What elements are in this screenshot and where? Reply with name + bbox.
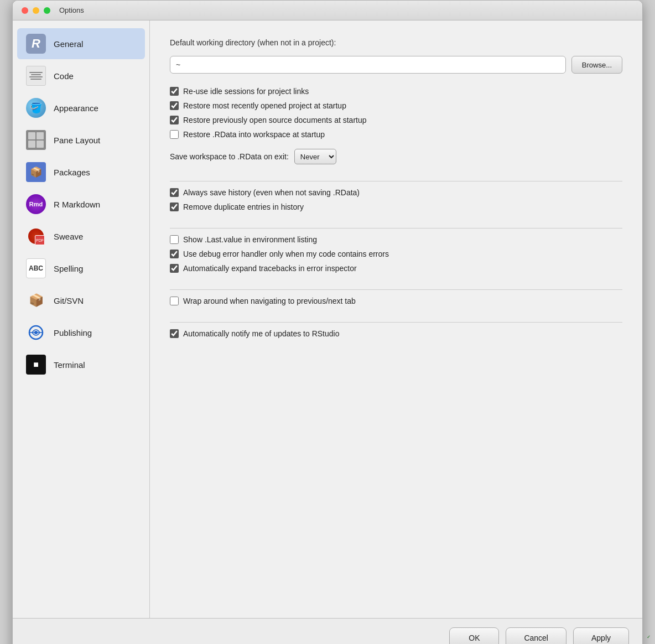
checkbox-group-5: Automatically notify me of updates to RS… bbox=[170, 329, 622, 338]
checkbox-notify-updates[interactable] bbox=[170, 329, 179, 338]
appearance-icon: 🪣 bbox=[26, 98, 46, 118]
checkbox-group-4: Wrap around when navigating to previous/… bbox=[170, 297, 622, 305]
titlebar: Options bbox=[13, 1, 642, 20]
checkbox-wrap-around[interactable] bbox=[170, 297, 179, 305]
sidebar-label-code: Code bbox=[54, 71, 74, 81]
terminal-icon: ■ bbox=[26, 355, 46, 375]
sidebar-item-sweave[interactable]: PDF Sweave bbox=[17, 221, 145, 252]
checkbox-group-1: Re-use idle sessions for project links R… bbox=[170, 87, 622, 139]
checkbox-reuse-idle[interactable] bbox=[170, 87, 179, 96]
checkbox-group-2: Always save history (even when not savin… bbox=[170, 188, 622, 211]
content-area: Default working directory (when not in a… bbox=[150, 20, 642, 618]
browse-button[interactable]: Browse... bbox=[571, 56, 622, 74]
publishing-icon bbox=[26, 323, 46, 342]
label-wrap-around: Wrap around when navigating to previous/… bbox=[183, 297, 356, 305]
checkbox-restore-source[interactable] bbox=[170, 116, 179, 124]
checkbox-save-history[interactable] bbox=[170, 188, 179, 197]
divider-2 bbox=[170, 228, 622, 228]
spelling-icon: ABC ✓ bbox=[26, 258, 46, 278]
sidebar-item-packages[interactable]: 📦 Packages bbox=[17, 157, 145, 188]
r-icon: R bbox=[26, 34, 46, 54]
sidebar-item-publishing[interactable]: Publishing bbox=[17, 317, 145, 348]
checkbox-group-3: Show .Last.value in environment listing … bbox=[170, 235, 622, 273]
options-window: Options R General Code bbox=[12, 0, 643, 644]
sidebar-label-spelling: Spelling bbox=[54, 264, 83, 273]
label-restore-source: Restore previously open source documents… bbox=[183, 116, 367, 124]
footer: OK Cancel Apply bbox=[13, 618, 642, 644]
checkbox-row-notify-updates: Automatically notify me of updates to RS… bbox=[170, 329, 622, 338]
checkbox-row-restore-project: Restore most recently opened project at … bbox=[170, 101, 622, 110]
pane-layout-icon bbox=[26, 130, 46, 150]
save-workspace-select[interactable]: Never Always Ask bbox=[294, 149, 336, 164]
sidebar-label-general: General bbox=[54, 39, 83, 49]
sidebar-label-packages: Packages bbox=[54, 168, 90, 177]
checkbox-show-last-value[interactable] bbox=[170, 235, 179, 244]
sidebar-label-pane-layout: Pane Layout bbox=[54, 136, 100, 145]
divider-4 bbox=[170, 322, 622, 323]
close-dot[interactable] bbox=[22, 7, 28, 14]
packages-icon: 📦 bbox=[26, 162, 46, 182]
save-workspace-row: Save workspace to .RData on exit: Never … bbox=[170, 149, 622, 164]
checkbox-row-show-last-value: Show .Last.value in environment listing bbox=[170, 235, 622, 244]
checkbox-row-save-history: Always save history (even when not savin… bbox=[170, 188, 622, 197]
label-restore-project: Restore most recently opened project at … bbox=[183, 101, 346, 110]
sidebar-label-r-markdown: R Markdown bbox=[54, 200, 100, 209]
dir-row: Browse... bbox=[170, 56, 622, 74]
label-reuse-idle: Re-use idle sessions for project links bbox=[183, 87, 309, 96]
sidebar-label-sweave: Sweave bbox=[54, 232, 83, 241]
sidebar: R General Code 🪣 bbox=[13, 20, 150, 618]
apply-button[interactable]: Apply bbox=[573, 627, 629, 644]
label-debug-error: Use debug error handler only when my cod… bbox=[183, 250, 389, 258]
checkbox-debug-error[interactable] bbox=[170, 250, 179, 258]
sidebar-item-code[interactable]: Code bbox=[17, 60, 145, 91]
checkbox-row-debug-error: Use debug error handler only when my cod… bbox=[170, 250, 622, 258]
window-title: Options bbox=[59, 6, 84, 14]
label-save-history: Always save history (even when not savin… bbox=[183, 188, 360, 197]
checkbox-remove-duplicates[interactable] bbox=[170, 202, 179, 211]
label-show-last-value: Show .Last.value in environment listing bbox=[183, 235, 317, 244]
minimize-dot[interactable] bbox=[33, 7, 39, 14]
sidebar-item-spelling[interactable]: ABC ✓ Spelling bbox=[17, 253, 145, 284]
save-workspace-label: Save workspace to .RData on exit: bbox=[170, 152, 289, 161]
sweave-icon: PDF bbox=[26, 226, 46, 246]
checkbox-row-restore-source: Restore previously open source documents… bbox=[170, 116, 622, 124]
checkbox-restore-project[interactable] bbox=[170, 101, 179, 110]
sidebar-label-publishing: Publishing bbox=[54, 328, 92, 337]
sidebar-item-appearance[interactable]: 🪣 Appearance bbox=[17, 92, 145, 123]
dir-input[interactable] bbox=[170, 56, 566, 74]
sidebar-label-terminal: Terminal bbox=[54, 360, 85, 370]
cancel-button[interactable]: Cancel bbox=[506, 627, 566, 644]
checkbox-row-expand-tracebacks: Automatically expand tracebacks in error… bbox=[170, 264, 622, 273]
sidebar-item-general[interactable]: R General bbox=[17, 28, 145, 59]
git-icon: 📦 bbox=[26, 290, 46, 310]
ok-button[interactable]: OK bbox=[449, 627, 499, 644]
label-restore-rdata: Restore .RData into workspace at startup bbox=[183, 130, 325, 139]
checkbox-expand-tracebacks[interactable] bbox=[170, 264, 179, 273]
main-body: R General Code 🪣 bbox=[13, 20, 642, 618]
sidebar-item-pane-layout[interactable]: Pane Layout bbox=[17, 124, 145, 155]
sidebar-label-appearance: Appearance bbox=[54, 103, 98, 113]
divider-1 bbox=[170, 181, 622, 181]
checkbox-row-wrap-around: Wrap around when navigating to previous/… bbox=[170, 297, 622, 305]
label-expand-tracebacks: Automatically expand tracebacks in error… bbox=[183, 264, 357, 273]
checkbox-row-restore-rdata: Restore .RData into workspace at startup bbox=[170, 130, 622, 139]
sidebar-item-terminal[interactable]: ■ Terminal bbox=[17, 349, 145, 380]
rmd-icon: Rmd bbox=[26, 194, 46, 214]
sidebar-label-git-svn: Git/SVN bbox=[54, 296, 84, 305]
label-remove-duplicates: Remove duplicate entries in history bbox=[183, 202, 304, 211]
label-notify-updates: Automatically notify me of updates to RS… bbox=[183, 329, 339, 338]
zoom-dot[interactable] bbox=[44, 7, 50, 14]
checkbox-restore-rdata[interactable] bbox=[170, 130, 179, 139]
sidebar-item-r-markdown[interactable]: Rmd R Markdown bbox=[17, 189, 145, 220]
divider-3 bbox=[170, 289, 622, 290]
checkbox-row-reuse-idle: Re-use idle sessions for project links bbox=[170, 87, 622, 96]
code-icon bbox=[26, 66, 46, 86]
dir-section-label: Default working directory (when not in a… bbox=[170, 38, 622, 47]
checkbox-row-remove-duplicates: Remove duplicate entries in history bbox=[170, 202, 622, 211]
sidebar-item-git-svn[interactable]: 📦 Git/SVN bbox=[17, 285, 145, 316]
